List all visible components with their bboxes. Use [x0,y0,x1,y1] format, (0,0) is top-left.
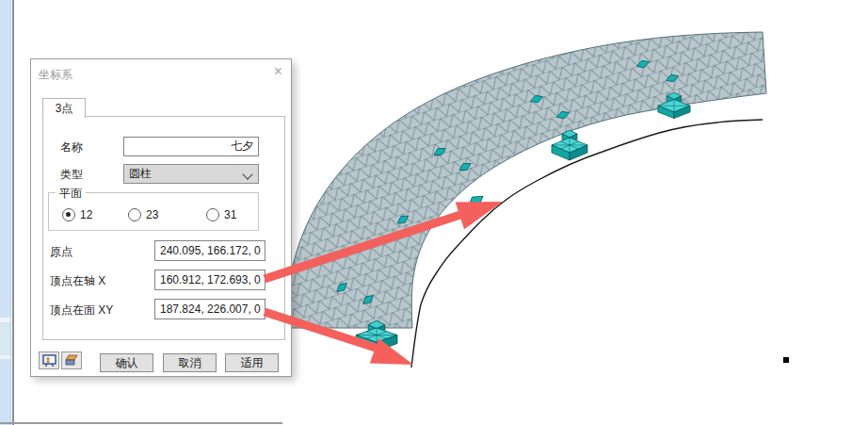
origin-input[interactable]: 240.095, 166.172, 0 [154,240,265,261]
coordinate-system-dialog: 坐标系 × 3点 名称 七夕 类型 圆柱 平面 12 23 31 [30,58,292,377]
type-label: 类型 [60,167,83,183]
plane-group-label: 平面 [56,186,86,202]
radio-label: 31 [224,208,236,221]
radio-label: 23 [146,208,158,221]
vertex-axis-x-input[interactable]: 160.912, 172.693, 0 [154,270,265,290]
close-icon[interactable]: × [274,64,282,79]
plane-radio-row: 12 23 31 [48,205,257,224]
chevron-down-icon [242,169,252,179]
radio-dot [128,208,141,221]
origin-label: 原点 [50,244,72,260]
vertex-axis-x-label: 顶点在轴 X [50,273,105,289]
vertex-plane-xy-label: 顶点在面 XY [50,302,113,319]
radio-plane-12[interactable]: 12 [62,207,92,222]
confirm-button[interactable]: 确认 [100,353,153,372]
radio-plane-31[interactable]: 31 [206,207,236,222]
radio-dot [62,208,75,221]
selection-dot [783,357,789,363]
name-label: 名称 [60,139,83,155]
mesh-deck-band[interactable] [284,32,766,328]
erase-button[interactable] [61,351,82,369]
radio-dot [206,208,219,221]
vertex-plane-xy-input[interactable]: 187.824, 226.007, 0 [154,299,265,319]
tab-3point[interactable]: 3点 [42,98,86,118]
named-view-button[interactable] [39,351,59,369]
radio-plane-23[interactable]: 23 [128,207,158,222]
cancel-button[interactable]: 取消 [163,353,217,372]
name-input[interactable]: 七夕 [123,137,259,156]
type-dropdown-value: 圆柱 [129,167,152,180]
named-view-icon [42,354,56,368]
app-window: 坐标系 × 3点 名称 七夕 类型 圆柱 平面 12 23 31 [0,0,868,425]
radio-label: 12 [80,208,92,221]
apply-button[interactable]: 适用 [225,353,279,372]
type-dropdown[interactable]: 圆柱 [123,164,259,184]
eraser-icon [64,354,79,367]
dialog-title: 坐标系 [39,67,72,83]
